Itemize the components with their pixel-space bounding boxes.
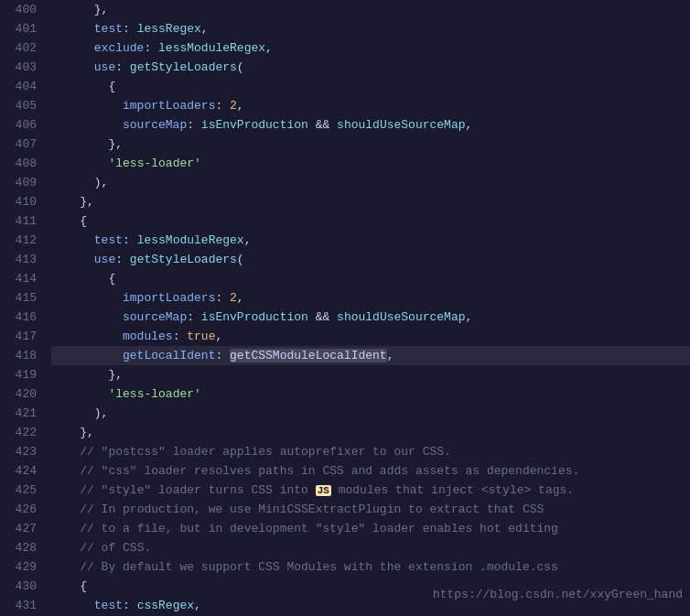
line-num-403: 403 xyxy=(7,58,37,77)
line-num-431: 431 xyxy=(7,596,37,615)
code-line-410: }, xyxy=(51,192,690,211)
code-text: { xyxy=(51,579,87,593)
code-line-407: }, xyxy=(51,135,690,154)
line-num-428: 428 xyxy=(7,538,37,557)
line-num-419: 419 xyxy=(7,365,37,384)
watermark: https://blog.csdn.net/xxyGreen_hand xyxy=(433,588,683,601)
line-num-407: 407 xyxy=(7,135,37,154)
line-num-400: 400 xyxy=(7,0,37,19)
line-numbers: 400 401 402 403 404 405 406 407 408 409 … xyxy=(0,0,48,616)
line-num-422: 422 xyxy=(7,423,37,442)
code-text: // "style" loader turns CSS into JS modu… xyxy=(51,483,574,497)
code-line-406: sourceMap: isEnvProduction && shouldUseS… xyxy=(51,115,690,135)
code-line-428: // of CSS. xyxy=(51,538,690,557)
code-line-427: // to a file, but in development "style"… xyxy=(51,519,690,538)
line-num-411: 411 xyxy=(7,211,37,231)
code-text: test: cssRegex, xyxy=(51,599,201,612)
line-num-430: 430 xyxy=(7,577,37,596)
code-line-422: }, xyxy=(51,423,690,442)
code-line-403: use: getStyleLoaders( xyxy=(51,58,690,77)
code-text: // In production, we use MiniCSSExtractP… xyxy=(51,503,544,516)
line-num-414: 414 xyxy=(7,269,37,288)
code-line-425: // "style" loader turns CSS into JS modu… xyxy=(51,481,690,500)
code-text: ), xyxy=(51,406,108,420)
line-num-424: 424 xyxy=(7,461,37,481)
line-num-410: 410 xyxy=(7,192,37,211)
line-num-426: 426 xyxy=(7,500,37,519)
code-text: // "postcss" loader applies autoprefixer… xyxy=(51,445,451,459)
code-line-420: 'less-loader' xyxy=(51,384,690,404)
code-line-414: { xyxy=(51,269,690,288)
code-line-404: { xyxy=(51,77,690,96)
code-text: { xyxy=(51,80,115,93)
code-line-405: importLoaders: 2, xyxy=(51,96,690,115)
line-num-416: 416 xyxy=(7,308,37,327)
line-num-409: 409 xyxy=(7,173,37,192)
code-line-415: importLoaders: 2, xyxy=(51,288,690,308)
line-num-412: 412 xyxy=(7,231,37,250)
code-line-411: { xyxy=(51,211,690,231)
code-line-417: modules: true, xyxy=(51,327,690,346)
line-num-425: 425 xyxy=(7,481,37,500)
code-line-402: exclude: lessModuleRegex, xyxy=(51,38,690,58)
code-text: importLoaders: 2, xyxy=(51,291,244,305)
code-line-412: test: lessModuleRegex, xyxy=(51,231,690,250)
code-line-424: // "css" loader resolves paths in CSS an… xyxy=(51,461,690,481)
code-text: }, xyxy=(51,3,108,16)
code-text: ), xyxy=(51,176,108,189)
code-line-401: test: lessRegex, xyxy=(51,19,690,38)
code-editor: 400 401 402 403 404 405 406 407 408 409 … xyxy=(0,0,690,616)
code-line-426: // In production, we use MiniCSSExtractP… xyxy=(51,500,690,519)
code-text: 'less-loader' xyxy=(51,387,201,401)
line-num-418: 418 xyxy=(7,346,37,365)
code-text: sourceMap: isEnvProduction && shouldUseS… xyxy=(51,118,472,132)
code-text: // to a file, but in development "style"… xyxy=(51,522,558,535)
line-num-404: 404 xyxy=(7,77,37,96)
code-text: }, xyxy=(51,137,123,151)
line-num-405: 405 xyxy=(7,96,37,115)
code-text: test: lessRegex, xyxy=(51,22,209,36)
code-line-423: // "postcss" loader applies autoprefixer… xyxy=(51,442,690,461)
code-text: }, xyxy=(51,368,123,382)
code-line-400: }, xyxy=(51,0,690,19)
line-num-402: 402 xyxy=(7,38,37,58)
line-num-427: 427 xyxy=(7,519,37,538)
code-text: 'less-loader' xyxy=(51,157,201,170)
code-line-418: getLocalIdent: getCSSModuleLocalIdent, xyxy=(51,346,690,365)
code-text: use: getStyleLoaders( xyxy=(51,253,244,266)
code-text: exclude: lessModuleRegex, xyxy=(51,41,273,55)
code-line-419: }, xyxy=(51,365,690,384)
code-content: }, test: lessRegex, exclude: lessModuleR… xyxy=(48,0,690,616)
line-num-420: 420 xyxy=(7,384,37,404)
line-num-429: 429 xyxy=(7,557,37,577)
code-line-429: // By default we support CSS Modules wit… xyxy=(51,557,690,577)
code-line-408: 'less-loader' xyxy=(51,154,690,173)
code-text: use: getStyleLoaders( xyxy=(51,60,244,74)
code-line-413: use: getStyleLoaders( xyxy=(51,250,690,269)
line-num-408: 408 xyxy=(7,154,37,173)
line-num-423: 423 xyxy=(7,442,37,461)
line-num-413: 413 xyxy=(7,250,37,269)
code-text: test: lessModuleRegex, xyxy=(51,233,251,247)
code-text: // of CSS. xyxy=(51,541,151,555)
code-text: // "css" loader resolves paths in CSS an… xyxy=(51,464,579,478)
code-line-416: sourceMap: isEnvProduction && shouldUseS… xyxy=(51,308,690,327)
line-num-415: 415 xyxy=(7,288,37,308)
code-text: // By default we support CSS Modules wit… xyxy=(51,560,558,574)
code-text: { xyxy=(51,272,115,286)
code-line-409: ), xyxy=(51,173,690,192)
line-num-421: 421 xyxy=(7,404,37,423)
code-text: { xyxy=(51,214,87,228)
code-line-421: ), xyxy=(51,404,690,423)
code-text: modules: true, xyxy=(51,330,222,343)
code-text: importLoaders: 2, xyxy=(51,99,244,113)
line-num-406: 406 xyxy=(7,115,37,135)
line-num-417: 417 xyxy=(7,327,37,346)
code-text: sourceMap: isEnvProduction && shouldUseS… xyxy=(51,310,472,324)
code-text: }, xyxy=(51,426,94,439)
line-num-401: 401 xyxy=(7,19,37,38)
code-text: getLocalIdent: getCSSModuleLocalIdent, xyxy=(51,349,394,362)
code-text: }, xyxy=(51,195,94,209)
